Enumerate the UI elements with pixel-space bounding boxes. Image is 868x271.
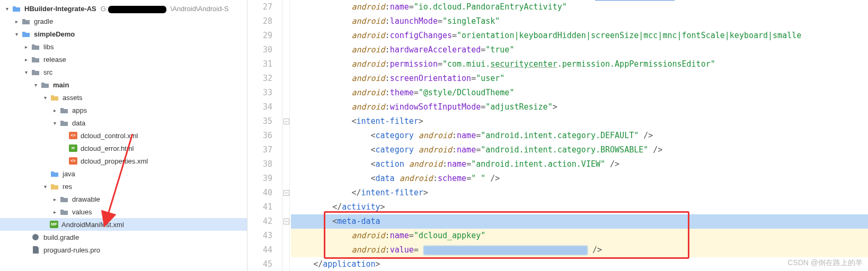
fold-strip: − − − (282, 0, 290, 271)
redacted-value (423, 246, 588, 255)
code-line[interactable]: <category android:name="android.intent.c… (291, 143, 868, 157)
chevron-down-icon[interactable]: ▾ (13, 30, 20, 38)
code-line[interactable]: </activity> (291, 200, 868, 214)
code-line[interactable]: android:launchMode="singleTask" (291, 14, 868, 29)
line-number: 31 (247, 57, 272, 71)
folder-icon (59, 194, 69, 204)
module-icon (21, 29, 31, 39)
xml-file-icon: <> (69, 132, 77, 139)
code-line[interactable]: android:name="dcloud_appkey" (291, 229, 868, 243)
line-number: 28 (247, 14, 272, 29)
line-number: 32 (247, 71, 272, 86)
tree-item-values[interactable]: ▸ values (0, 205, 247, 218)
tree-item-assets[interactable]: ▾ assets (0, 91, 247, 104)
line-number: 35 (247, 114, 272, 129)
tree-item-libs[interactable]: ▸ libs (0, 40, 247, 53)
tree-item-data[interactable]: ▾ data (0, 116, 247, 129)
tree-item-dcloud-error[interactable]: ▸ H dcloud_error.html (0, 142, 247, 155)
folder-icon (59, 105, 69, 115)
line-number: 45 (247, 257, 272, 271)
code-line[interactable]: <action android:name="android.intent.act… (291, 157, 868, 171)
tree-item-dcloud-properties[interactable]: ▸ <> dcloud_properties.xml (0, 155, 247, 167)
project-tree[interactable]: ▾ HBuilder-Integrate-AS G: \Android\Andr… (0, 0, 247, 271)
tree-item-simpledemo[interactable]: ▾ simpleDemo (0, 28, 247, 40)
line-number: 41 (247, 200, 272, 214)
chevron-down-icon[interactable]: ▾ (3, 5, 11, 12)
root-label: HBuilder-Integrate-AS (24, 5, 96, 13)
manifest-file-icon: MF (50, 221, 58, 228)
chevron-right-icon[interactable]: ▸ (51, 106, 58, 114)
tree-item-release[interactable]: ▸ release (0, 53, 247, 66)
code-line[interactable]: android:theme="@style/DCloudTheme" (291, 86, 868, 100)
chevron-down-icon[interactable]: ▾ (41, 94, 49, 101)
tree-item-main[interactable]: ▾ main (0, 78, 247, 91)
tree-item-build-gradle[interactable]: ▸ build.gradle (0, 231, 247, 243)
chevron-right-icon[interactable]: ▸ (51, 208, 58, 215)
tree-item-drawable[interactable]: ▸ drawable (0, 193, 247, 205)
code-line[interactable]: android:configChanges="orientation|keybo… (291, 29, 868, 43)
code-line[interactable]: <intent-filter> (291, 114, 868, 129)
code-line[interactable]: android:permission="com.miui.securitycen… (291, 57, 868, 71)
line-number: 36 (247, 129, 272, 143)
code-line[interactable]: <data android:scheme=" " /> (291, 171, 868, 186)
chevron-down-icon[interactable]: ▾ (22, 68, 30, 76)
chevron-down-icon[interactable]: ▾ (41, 183, 49, 190)
code-area[interactable]: android:name="io.dcloud.PandoraEntryActi… (291, 0, 868, 271)
tree-item-manifest[interactable]: ▸ MF AndroidManifest.xml (0, 218, 247, 231)
tree-root[interactable]: ▾ HBuilder-Integrate-AS G: \Android\Andr… (0, 2, 247, 15)
line-number: 30 (247, 43, 272, 57)
gradle-file-icon (31, 232, 40, 242)
folder-icon (31, 42, 40, 51)
line-number: 37 (247, 143, 272, 157)
line-number: 38 (247, 157, 272, 171)
tree-item-src[interactable]: ▾ src (0, 66, 247, 78)
root-path-suffix: \Android\Android-S (171, 5, 229, 13)
tree-item-proguard[interactable]: ▸ proguard-rules.pro (0, 243, 247, 256)
code-line[interactable]: </application> (291, 257, 868, 271)
module-icon (12, 4, 21, 13)
tree-item-apps[interactable]: ▸ apps (0, 104, 247, 116)
folder-icon (50, 169, 59, 178)
line-number: 44 (247, 243, 272, 257)
line-number: 39 (247, 171, 272, 186)
chevron-right-icon[interactable]: ▸ (22, 43, 30, 50)
fold-marker[interactable]: − (284, 219, 289, 224)
watermark: CSDN @倒在路上的羊 (787, 258, 863, 268)
folder-icon (31, 67, 40, 77)
tree-item-gradle[interactable]: ▸ gradle (0, 15, 247, 28)
chevron-right-icon[interactable]: ▸ (13, 17, 20, 25)
code-line[interactable]: <meta-data (291, 214, 868, 229)
folder-icon (40, 80, 50, 89)
chevron-right-icon[interactable]: ▸ (22, 56, 30, 63)
svg-point-0 (32, 234, 39, 240)
folder-icon (59, 118, 69, 128)
line-number: 33 (247, 86, 272, 100)
line-number: 43 (247, 229, 272, 243)
code-line[interactable]: android:hardwareAccelerated="true" (291, 43, 868, 57)
chevron-down-icon[interactable]: ▾ (32, 81, 39, 88)
code-line[interactable]: android:value= /> (291, 243, 868, 257)
tree-item-java[interactable]: ▸ java (0, 167, 247, 180)
fold-marker[interactable]: − (284, 190, 289, 196)
folder-icon (21, 16, 31, 26)
line-number: 40 (247, 186, 272, 200)
code-line[interactable]: </intent-filter> (291, 186, 868, 200)
fold-marker[interactable]: − (284, 119, 289, 124)
code-line[interactable]: android:name="io.dcloud.PandoraEntryActi… (291, 0, 868, 14)
html-file-icon: H (69, 144, 77, 152)
chevron-right-icon[interactable]: ▸ (51, 195, 58, 203)
folder-icon (50, 182, 59, 191)
folder-icon (59, 207, 69, 216)
folder-icon (50, 93, 59, 102)
chevron-down-icon[interactable]: ▾ (51, 119, 58, 127)
line-number: 42 (247, 214, 272, 229)
xml-file-icon: <> (69, 157, 77, 165)
line-number: 34 (247, 100, 272, 114)
line-number: 29 (247, 29, 272, 43)
tree-item-res[interactable]: ▾ res (0, 180, 247, 193)
code-line[interactable]: android:windowSoftInputMode="adjustResiz… (291, 100, 868, 114)
code-editor[interactable]: 27 28 29 30 31 32 33 34 35 36 37 38 39 4… (247, 0, 868, 271)
code-line[interactable]: <category android:name="android.intent.c… (291, 129, 868, 143)
code-line[interactable]: android:screenOrientation="user" (291, 71, 868, 86)
tree-item-dcloud-control[interactable]: ▸ <> dcloud_control.xml (0, 129, 247, 142)
